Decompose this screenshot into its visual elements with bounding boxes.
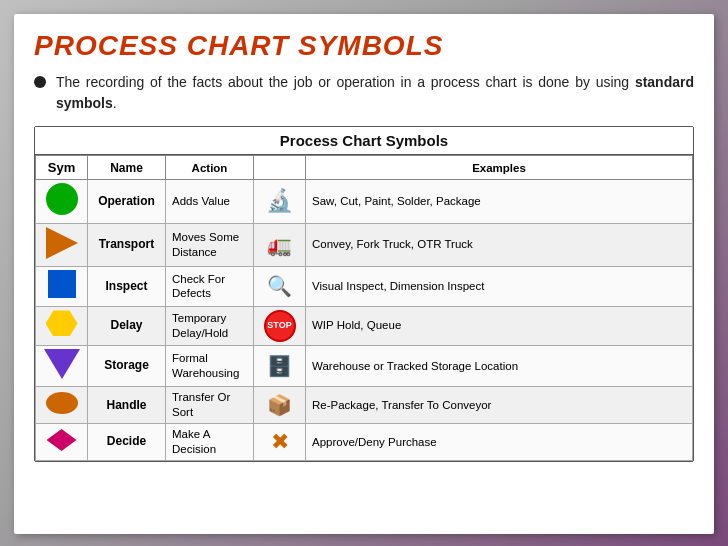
cell-icon-3: STOP [254,306,306,345]
cell-examples-6: Approve/Deny Purchase [306,424,693,461]
icon-truck: 🚛 [267,234,292,256]
header-icon [254,156,306,180]
cell-sym-storage [36,345,88,387]
table-row: Storage Formal Warehousing 🗄️ Warehouse … [36,345,693,387]
cell-name-5: Handle [88,387,166,424]
table-row: Handle Transfer Or Sort 📦 Re-Package, Tr… [36,387,693,424]
icon-shelves: 🗄️ [267,355,292,377]
symbol-decide [47,429,77,451]
cell-sym-decide [36,424,88,461]
cell-action-4: Formal Warehousing [166,345,254,387]
cell-examples-4: Warehouse or Tracked Storage Location [306,345,693,387]
cell-name-0: Operation [88,180,166,224]
table-row: Operation Adds Value 🔬 Saw, Cut, Paint, … [36,180,693,224]
bullet-point [34,76,46,88]
cell-sym-handle [36,387,88,424]
icon-boxes: 📦 [267,394,292,416]
intro-paragraph: The recording of the facts about the job… [34,72,694,126]
cell-action-6: Make A Decision [166,424,254,461]
cell-icon-4: 🗄️ [254,345,306,387]
cell-sym-delay [36,306,88,345]
cell-examples-5: Re-Package, Transfer To Conveyor [306,387,693,424]
cell-icon-1: 🚛 [254,223,306,267]
cell-action-2: Check For Defects [166,267,254,307]
symbol-operation [46,183,78,215]
icon-cross: ✖ [271,429,289,454]
symbol-storage [44,349,80,379]
cell-examples-1: Convey, Fork Truck, OTR Truck [306,223,693,267]
header-examples: Examples [306,156,693,180]
cell-icon-6: ✖ [254,424,306,461]
process-chart-table: Process Chart Symbols Sym Name Action Ex… [34,126,694,462]
table-header-row: Sym Name Action Examples [36,156,693,180]
table-row: Decide Make A Decision ✖ Approve/Deny Pu… [36,424,693,461]
symbol-transport [46,227,78,259]
cell-action-3: Temporary Delay/Hold [166,306,254,345]
table-title: Process Chart Symbols [35,127,693,155]
cell-sym-transport [36,223,88,267]
cell-name-3: Delay [88,306,166,345]
symbols-table: Sym Name Action Examples Operation Adds … [35,155,693,461]
header-name: Name [88,156,166,180]
cell-examples-0: Saw, Cut, Paint, Solder, Package [306,180,693,224]
cell-icon-5: 📦 [254,387,306,424]
table-row: Inspect Check For Defects 🔍 Visual Inspe… [36,267,693,307]
cell-action-0: Adds Value [166,180,254,224]
symbol-delay [46,310,78,336]
cell-action-1: Moves Some Distance [166,223,254,267]
cell-icon-0: 🔬 [254,180,306,224]
intro-text-start: The recording of the facts about the job… [56,74,635,90]
cell-examples-3: WIP Hold, Queue [306,306,693,345]
symbol-handle [46,392,78,414]
cell-name-2: Inspect [88,267,166,307]
header-sym: Sym [36,156,88,180]
intro-text: The recording of the facts about the job… [52,72,694,114]
cell-sym-inspect [36,267,88,307]
table-row: Delay Temporary Delay/Hold STOP WIP Hold… [36,306,693,345]
table-row: Transport Moves Some Distance 🚛 Convey, … [36,223,693,267]
cell-name-6: Decide [88,424,166,461]
symbol-inspect [48,270,76,298]
cell-action-5: Transfer Or Sort [166,387,254,424]
table-body: Operation Adds Value 🔬 Saw, Cut, Paint, … [36,180,693,461]
slide-title: PROCESS CHART SYMBOLS [34,30,694,62]
icon-stop: STOP [264,310,296,342]
icon-magnifier: 🔍 [267,275,292,297]
slide-container: PROCESS CHART SYMBOLS The recording of t… [14,14,714,534]
cell-sym-operation [36,180,88,224]
header-action: Action [166,156,254,180]
cell-icon-2: 🔍 [254,267,306,307]
cell-name-1: Transport [88,223,166,267]
icon-microscope: 🔬 [266,188,293,213]
intro-text-end: . [113,95,117,111]
cell-name-4: Storage [88,345,166,387]
cell-examples-2: Visual Inspect, Dimension Inspect [306,267,693,307]
